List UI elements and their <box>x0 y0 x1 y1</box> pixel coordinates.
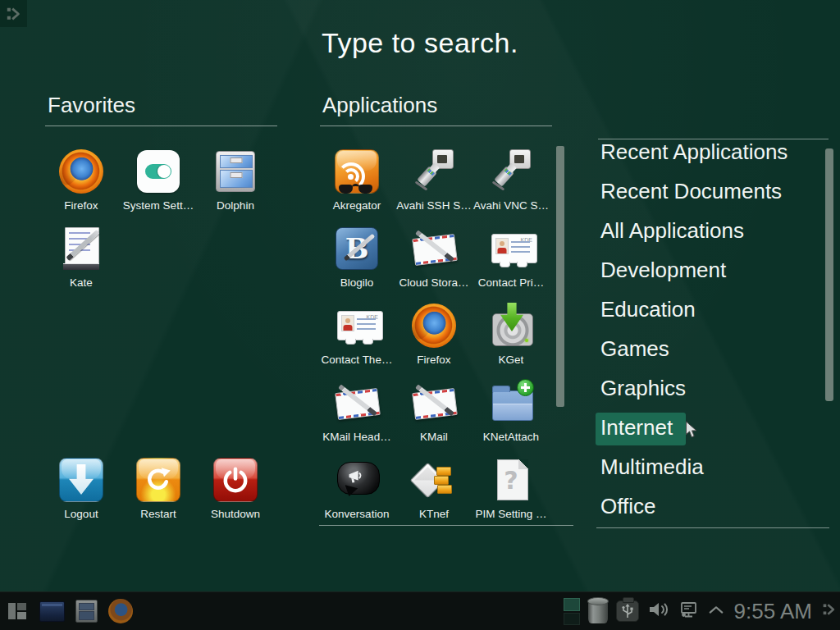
app-item-cloud-storage[interactable]: Cloud Stora… <box>395 222 472 299</box>
logout-button[interactable]: Logout <box>43 454 120 531</box>
item-label: Avahi SSH S… <box>396 199 471 212</box>
desktop-1[interactable] <box>564 598 580 611</box>
category-label: Games <box>596 334 682 367</box>
app-item-avahi-ssh[interactable]: Avahi SSH S… <box>395 145 472 222</box>
applications-header: Applications <box>320 93 552 126</box>
favorite-item-dolphin[interactable]: Dolphin <box>197 145 274 222</box>
item-label: KMail <box>420 431 448 443</box>
applications-grid: Akregator Avahi SSH S… Avahi VNC S… Blog… <box>318 145 550 531</box>
category-label: Development <box>596 255 739 288</box>
applications-scrollbar[interactable] <box>556 146 564 407</box>
category-label: Office <box>596 491 669 524</box>
network-icon[interactable] <box>678 600 700 623</box>
app-item-knetattach[interactable]: KNetAttach <box>472 377 550 454</box>
avahi-ssh-server-icon <box>411 148 457 194</box>
tray-expand-arrow-icon[interactable] <box>708 604 724 619</box>
envelope-art <box>412 388 458 420</box>
shutdown-icon <box>212 457 258 503</box>
glasses-art <box>339 184 375 194</box>
akregator-icon <box>334 148 380 194</box>
item-label: Firefox <box>64 199 98 212</box>
item-label: System Sett… <box>123 199 194 212</box>
item-label: Contact The… <box>322 354 393 366</box>
item-label: Kate <box>70 276 93 289</box>
category-item-education[interactable]: Education <box>596 291 829 331</box>
dolphin-icon <box>212 148 258 194</box>
panel-toolbox-tile[interactable] <box>0 0 27 27</box>
category-item-games[interactable]: Games <box>596 331 829 370</box>
text-lines-art <box>511 241 530 253</box>
app-item-kget[interactable]: KGet <box>472 299 550 377</box>
question-mark-art <box>488 457 534 503</box>
blogilo-icon <box>334 226 380 272</box>
category-label: Recent Documents <box>596 176 795 209</box>
avahi-vnc-server-icon <box>488 148 534 194</box>
category-item-multimedia[interactable]: Multimedia <box>596 449 829 488</box>
app-launcher-icon[interactable] <box>7 600 29 622</box>
usb-device-icon[interactable] <box>616 600 639 622</box>
drawer-art <box>220 170 253 188</box>
app-item-kmail[interactable]: KMail <box>395 377 472 454</box>
panel-toolbox-button[interactable] <box>822 602 837 620</box>
app-item-blogilo[interactable]: Blogilo <box>318 222 395 299</box>
text-lines-art <box>357 318 376 330</box>
firefox-icon[interactable] <box>108 599 133 623</box>
restart-button[interactable]: Restart <box>120 454 197 531</box>
konsole-icon[interactable] <box>39 601 65 622</box>
item-label: Blogilo <box>340 276 374 289</box>
volume-icon[interactable] <box>647 600 670 623</box>
item-label: KMail Head… <box>322 431 390 443</box>
photo-art <box>341 315 354 331</box>
app-item-avahi-vnc[interactable]: Avahi VNC S… <box>472 145 550 222</box>
power-symbol-art <box>221 466 249 494</box>
favorite-item-system-settings[interactable]: System Sett… <box>120 145 197 222</box>
notch-art <box>517 262 527 267</box>
virtual-desktop-pager[interactable] <box>564 598 580 625</box>
category-item-development[interactable]: Development <box>596 252 829 291</box>
app-item-kmail-header[interactable]: KMail Head… <box>318 377 395 454</box>
item-label: Akregator <box>333 199 381 212</box>
category-item-all-applications[interactable]: All Applications <box>596 212 829 252</box>
category-item-recent-applications[interactable]: Recent Applications <box>596 134 829 173</box>
app-item-akregator[interactable]: Akregator <box>318 145 395 222</box>
category-item-graphics[interactable]: Graphics <box>596 370 829 409</box>
category-item-office[interactable]: Office <box>596 488 829 527</box>
app-item-konversation[interactable]: Konversation <box>318 454 395 531</box>
dolphin-icon[interactable] <box>75 600 98 623</box>
app-item-ktnef[interactable]: KTnef <box>395 454 472 531</box>
favorite-item-kate[interactable]: Kate <box>43 222 120 299</box>
toggle-art <box>145 164 171 179</box>
item-label: PIM Setting … <box>475 508 546 520</box>
shutdown-button[interactable]: Shutdown <box>197 454 274 531</box>
kate-icon <box>58 226 104 272</box>
system-settings-icon <box>135 148 181 194</box>
mouse-cursor <box>685 421 698 439</box>
item-label: Konversation <box>325 508 390 520</box>
category-label: Graphics <box>596 373 699 406</box>
knetattach-icon <box>488 380 534 426</box>
block-art <box>434 476 449 485</box>
category-label: Education <box>596 294 709 327</box>
device-notifier-icon[interactable] <box>588 600 608 623</box>
app-item-pim-settings[interactable]: PIM Setting … <box>472 454 550 531</box>
applications-bottom-divider <box>319 525 573 526</box>
category-label: Multimedia <box>596 452 717 485</box>
category-item-recent-documents[interactable]: Recent Documents <box>596 173 829 212</box>
app-item-contact-theme[interactable]: Contact The… <box>318 299 395 377</box>
favorites-grid: Firefox System Sett… Dolphin Kate <box>43 145 274 299</box>
clock[interactable]: 9:55 AM <box>734 599 812 624</box>
app-item-firefox[interactable]: Firefox <box>395 299 472 377</box>
letter-b-art <box>334 226 380 272</box>
item-label: Shutdown <box>211 508 260 520</box>
firefox-icon <box>58 148 104 194</box>
taskbar-left-group <box>7 592 133 630</box>
category-item-internet[interactable]: Internet <box>596 409 829 449</box>
item-label: Logout <box>64 508 98 520</box>
power-actions-grid: Logout Restart Shutdown <box>43 454 274 531</box>
item-label: Dolphin <box>217 199 254 212</box>
favorite-item-firefox[interactable]: Firefox <box>43 145 120 222</box>
rss-dot-art <box>348 174 354 180</box>
desktop-2[interactable] <box>564 613 580 625</box>
taskbar: 9:55 AM <box>0 591 840 630</box>
app-item-contact-print[interactable]: Contact Pri… <box>472 222 550 299</box>
